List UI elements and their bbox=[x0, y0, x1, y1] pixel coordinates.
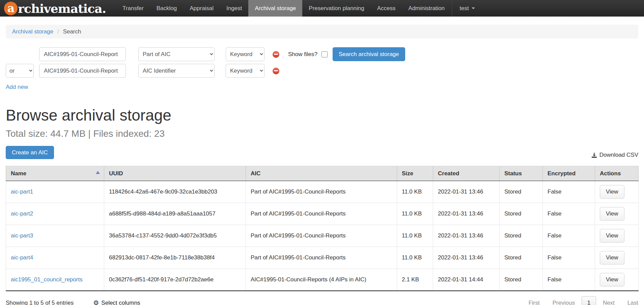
table-row: aic-part4 682913dc-0817-42fe-8e1b-7118e3… bbox=[6, 247, 639, 269]
download-csv-link[interactable]: Download CSV bbox=[591, 152, 638, 158]
column-header-aic[interactable]: AIC bbox=[246, 166, 397, 181]
aip-uuid: 682913dc-0817-42fe-8e1b-7118e38b38f4 bbox=[104, 247, 246, 269]
user-menu-label: test bbox=[459, 5, 469, 12]
create-aic-button[interactable]: Create an AIC bbox=[6, 146, 54, 159]
add-new-link[interactable]: Add new bbox=[6, 84, 28, 91]
app-logo[interactable]: archivematica. bbox=[0, 0, 111, 17]
search-field-select[interactable]: AIC Identifier bbox=[138, 64, 215, 78]
view-button[interactable]: View bbox=[600, 207, 624, 221]
aip-name-link[interactable]: aic-part3 bbox=[11, 232, 33, 239]
boolean-operator-select[interactable]: or bbox=[6, 64, 34, 78]
column-header-created[interactable]: Created bbox=[433, 166, 500, 181]
view-button[interactable]: View bbox=[600, 273, 624, 286]
aip-uuid: 118426c4-42a6-467e-9c09-32ca1e3bb203 bbox=[104, 181, 246, 203]
search-criterion-row: Part of AIC Keyword Show files? Search a… bbox=[6, 47, 638, 61]
download-icon bbox=[591, 152, 597, 158]
aip-status: Stored bbox=[500, 225, 543, 247]
pagination-previous[interactable]: Previous bbox=[553, 300, 575, 305]
aip-size: 11.0 KB bbox=[397, 247, 433, 269]
search-type-select[interactable]: Keyword bbox=[226, 64, 264, 78]
entries-summary: Showing 1 to 5 of 5 entries bbox=[6, 300, 74, 305]
sort-asc-icon bbox=[96, 171, 100, 174]
aip-aic: Part of AIC#1995-01-Council-Reports bbox=[246, 181, 397, 203]
aip-encrypted: False bbox=[543, 247, 595, 269]
select-columns-button[interactable]: ⚙ Select columns bbox=[93, 300, 140, 305]
nav-item-access[interactable]: Access bbox=[371, 0, 402, 17]
remove-criterion-icon[interactable] bbox=[273, 51, 279, 58]
nav-item-appraisal[interactable]: Appraisal bbox=[183, 0, 220, 17]
table-row: aic-part1 118426c4-42a6-467e-9c09-32ca1e… bbox=[6, 181, 639, 203]
breadcrumb-current: Search bbox=[63, 28, 81, 35]
search-archival-storage-button[interactable]: Search archival storage bbox=[333, 47, 405, 61]
column-header-encrypted[interactable]: Encrypted bbox=[543, 166, 595, 181]
view-button[interactable]: View bbox=[600, 229, 624, 243]
nav-item-backlog[interactable]: Backlog bbox=[150, 0, 183, 17]
search-query-input[interactable] bbox=[39, 64, 126, 78]
aip-size: 11.0 KB bbox=[397, 203, 433, 225]
aip-created: 2022-01-31 13:46 bbox=[433, 247, 500, 269]
aip-aic: Part of AIC#1995-01-Council-Reports bbox=[246, 247, 397, 269]
breadcrumb-archival-storage[interactable]: Archival storage bbox=[12, 28, 53, 35]
aip-aic: Part of AIC#1995-01-Council-Reports bbox=[246, 203, 397, 225]
table-header-row: Name UUID AIC Size Created Status Encryp… bbox=[6, 166, 639, 181]
column-header-uuid[interactable]: UUID bbox=[104, 166, 246, 181]
aip-encrypted: False bbox=[543, 203, 595, 225]
aip-size: 11.0 KB bbox=[397, 225, 433, 247]
column-header-name[interactable]: Name bbox=[6, 166, 104, 181]
aip-uuid: 36a53784-c137-4552-9dd0-4d072e3f3db5 bbox=[104, 225, 246, 247]
remove-criterion-icon[interactable] bbox=[273, 68, 279, 74]
aip-created: 2022-01-31 13:46 bbox=[433, 225, 500, 247]
aip-status: Stored bbox=[500, 203, 543, 225]
aip-encrypted: False bbox=[543, 181, 595, 203]
logo-a-icon: a bbox=[4, 2, 18, 15]
table-footer: Showing 1 to 5 of 5 entries ⚙ Select col… bbox=[6, 296, 638, 305]
logo-text: rchivematica. bbox=[18, 1, 106, 16]
actions-row: Create an AIC Download CSV bbox=[6, 146, 638, 159]
table-row: aic-part2 a688f5f5-d988-484d-a189-a8a51a… bbox=[6, 203, 639, 225]
view-button[interactable]: View bbox=[600, 251, 624, 264]
nav-item-archival-storage[interactable]: Archival storage bbox=[248, 0, 302, 17]
aip-aic: AIC#1995-01-Council-Reports (4 AIPs in A… bbox=[246, 269, 397, 291]
aip-status: Stored bbox=[500, 269, 543, 291]
aip-size: 2.1 KB bbox=[397, 269, 433, 291]
pagination-last[interactable]: Last bbox=[627, 300, 638, 305]
search-form: Part of AIC Keyword Show files? Search a… bbox=[6, 47, 638, 91]
column-header-actions[interactable]: Actions bbox=[595, 166, 639, 181]
search-field-select[interactable]: Part of AIC bbox=[138, 47, 215, 61]
aip-size: 11.0 KB bbox=[397, 181, 433, 203]
pagination-current-page[interactable]: 1 bbox=[582, 296, 596, 305]
aip-uuid: a688f5f5-d988-484d-a189-a8a51aaa1057 bbox=[104, 203, 246, 225]
aip-aic: Part of AIC#1995-01-Council-Reports bbox=[246, 225, 397, 247]
nav-item-preservation-planning[interactable]: Preservation planning bbox=[302, 0, 370, 17]
nav-item-transfer[interactable]: Transfer bbox=[116, 0, 150, 17]
breadcrumb: Archival storage / Search bbox=[6, 25, 638, 39]
aip-status: Stored bbox=[500, 247, 543, 269]
nav-item-administration[interactable]: Administration bbox=[402, 0, 451, 17]
navbar: archivematica. Transfer Backlog Appraisa… bbox=[0, 0, 644, 17]
pagination-first[interactable]: First bbox=[529, 300, 540, 305]
aip-name-link[interactable]: aic1995_01_council_reports bbox=[11, 276, 83, 283]
aip-encrypted: False bbox=[543, 225, 595, 247]
column-header-status[interactable]: Status bbox=[500, 166, 543, 181]
user-menu[interactable]: test bbox=[452, 0, 482, 17]
results-table: Name UUID AIC Size Created Status Encryp… bbox=[6, 166, 639, 291]
download-csv-label: Download CSV bbox=[599, 152, 638, 158]
column-header-label: Name bbox=[11, 170, 26, 177]
aip-name-link[interactable]: aic-part4 bbox=[11, 254, 33, 261]
show-files-checkbox[interactable] bbox=[321, 51, 328, 57]
aip-name-link[interactable]: aic-part2 bbox=[11, 210, 33, 217]
aip-status: Stored bbox=[500, 181, 543, 203]
pagination-next[interactable]: Next bbox=[603, 300, 615, 305]
search-type-select[interactable]: Keyword bbox=[226, 47, 264, 61]
column-header-size[interactable]: Size bbox=[397, 166, 433, 181]
pagination: First Previous 1 Next Last bbox=[529, 296, 638, 305]
chevron-down-icon bbox=[472, 7, 475, 9]
view-button[interactable]: View bbox=[600, 185, 624, 199]
select-columns-label: Select columns bbox=[101, 300, 140, 305]
search-query-input[interactable] bbox=[39, 47, 126, 61]
main-nav: Transfer Backlog Appraisal Ingest Archiv… bbox=[116, 0, 451, 17]
nav-item-ingest[interactable]: Ingest bbox=[220, 0, 248, 17]
aip-created: 2022-01-31 13:46 bbox=[433, 181, 500, 203]
aip-name-link[interactable]: aic-part1 bbox=[11, 188, 33, 195]
aip-created: 2022-01-31 14:44 bbox=[433, 269, 500, 291]
